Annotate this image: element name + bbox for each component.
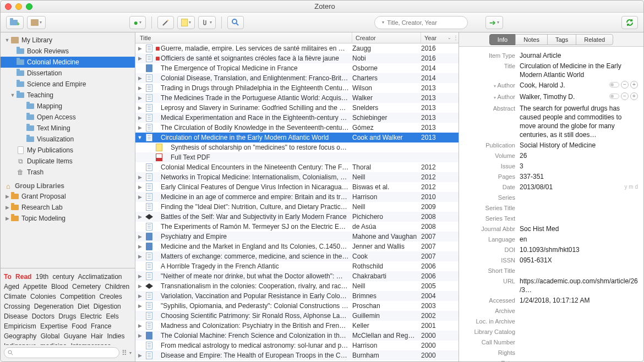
creator-switch[interactable] bbox=[609, 82, 619, 87]
list-item[interactable]: Finding the "Ideal Diet": Nutrition, Cul… bbox=[135, 202, 459, 212]
zoom-window-button[interactable] bbox=[26, 3, 32, 10]
list-item[interactable]: ▶Disease and Empire: The Health of Europ… bbox=[135, 350, 459, 360]
col-year[interactable]: Year⌄⋮ bbox=[421, 32, 459, 43]
expand-arrow[interactable]: ▶ bbox=[135, 115, 144, 120]
locate-button[interactable]: ➔▾ bbox=[485, 16, 503, 29]
list-item[interactable]: ▶Medicine in an age of commerce and empi… bbox=[135, 192, 459, 202]
collection-item[interactable]: Dissertation bbox=[1, 68, 135, 79]
tag-filter-input[interactable] bbox=[4, 347, 119, 358]
my-publications[interactable]: My Publications bbox=[1, 145, 135, 156]
field-item-type[interactable]: Journal Article bbox=[520, 51, 638, 60]
field-accessed[interactable]: 1/24/2018, 10:17:12 AM bbox=[520, 296, 638, 305]
list-item[interactable]: ▶Transnationalism in the colonies: Coope… bbox=[135, 281, 459, 291]
expand-arrow[interactable]: ▶ bbox=[135, 85, 144, 91]
collection-item[interactable]: ▼Teaching bbox=[1, 90, 135, 101]
remove-creator-button[interactable]: − bbox=[621, 81, 629, 89]
list-item[interactable]: Full Text PDF bbox=[135, 152, 459, 162]
field-language[interactable]: en bbox=[520, 235, 638, 244]
list-item[interactable]: ▶Trading in Drugs through Philadelphia i… bbox=[135, 83, 459, 93]
tag-cloud[interactable]: To Read 19th century Acclimatization Age… bbox=[4, 272, 132, 345]
list-item[interactable]: ▶Networks in Tropical Medicine: Internat… bbox=[135, 172, 459, 182]
expand-arrow[interactable]: ▶ bbox=[135, 333, 144, 338]
expand-arrow[interactable]: ▼ bbox=[135, 135, 144, 140]
minimize-window-button[interactable] bbox=[15, 3, 22, 10]
remove-creator-button[interactable]: − bbox=[621, 92, 629, 100]
field-journal-abbr[interactable]: Soc Hist Med bbox=[520, 224, 638, 233]
field-doi[interactable]: 10.1093/shm/hkt013 bbox=[520, 245, 638, 254]
group-item[interactable]: ▶Topic Modeling bbox=[1, 213, 135, 224]
new-note-button[interactable]: ▾ bbox=[177, 16, 195, 29]
collection-item[interactable]: Visualization bbox=[1, 134, 135, 145]
expand-arrow[interactable]: ▶ bbox=[135, 194, 144, 200]
add-attachment-button[interactable]: ▾ bbox=[198, 16, 216, 29]
list-item[interactable]: ▶"Syphilis, Opiomania, and Pederasty": C… bbox=[135, 301, 459, 311]
expand-arrow[interactable]: ▶ bbox=[135, 353, 144, 358]
list-item[interactable]: ▼Circulation of Medicine in the Early Mo… bbox=[135, 133, 459, 142]
advanced-search-button[interactable] bbox=[227, 16, 244, 29]
expand-arrow[interactable]: ▶ bbox=[135, 95, 144, 101]
field-url[interactable]: https://academic.oup.com/shm/article/26/… bbox=[520, 277, 638, 294]
expand-arrow[interactable]: ▶ bbox=[135, 283, 144, 289]
list-item[interactable]: ▶Guerre, maladie, empire. Les services d… bbox=[135, 43, 459, 53]
collection-item[interactable]: Colonial Medicine bbox=[1, 57, 135, 68]
list-item[interactable]: The Experiments of Ramón M. Termeyer SJ … bbox=[135, 222, 459, 232]
collection-item[interactable]: Text Mining bbox=[1, 123, 135, 134]
expand-arrow[interactable]: ▶ bbox=[135, 125, 144, 130]
expand-arrow[interactable]: ▶ bbox=[135, 293, 144, 299]
expand-arrow[interactable]: ▶ bbox=[135, 184, 144, 190]
expand-arrow[interactable]: ▶ bbox=[135, 214, 144, 220]
list-item[interactable]: ▶Variolation, Vaccination and Popular Re… bbox=[135, 291, 459, 301]
field-abstract[interactable]: The search for powerful drugs has caused… bbox=[520, 104, 638, 139]
add-creator-button[interactable]: + bbox=[630, 92, 638, 100]
expand-arrow[interactable]: ▶ bbox=[135, 323, 144, 328]
creator-switch[interactable] bbox=[609, 94, 619, 99]
list-item[interactable]: ▶Medicine and the Market in England and … bbox=[135, 242, 459, 251]
tab-related[interactable]: Related bbox=[576, 34, 613, 45]
duplicate-items[interactable]: ⧉Duplicate Items bbox=[1, 156, 135, 167]
col-title[interactable]: Title bbox=[135, 32, 352, 43]
tab-info[interactable]: Info bbox=[489, 34, 516, 45]
collection-item[interactable]: Open Access bbox=[1, 112, 135, 123]
field-publication[interactable]: Social History of Medicine bbox=[520, 141, 638, 150]
group-item[interactable]: ▶Research Lab bbox=[1, 202, 135, 213]
col-creator[interactable]: Creator bbox=[352, 32, 421, 43]
expand-arrow[interactable]: ▶ bbox=[135, 244, 144, 249]
library-root[interactable]: ▼My Library bbox=[1, 35, 135, 46]
search-mode-chevron[interactable]: ▾ bbox=[382, 20, 384, 25]
collection-item[interactable]: Science and Empire bbox=[1, 79, 135, 90]
list-item[interactable]: From medical astrology to medical astron… bbox=[135, 341, 459, 350]
list-item[interactable]: The Emergence of Tropical Medicine in Fr… bbox=[135, 63, 459, 73]
expand-arrow[interactable]: ▶ bbox=[135, 254, 144, 259]
tag-view-button[interactable]: ⠿ bbox=[122, 349, 127, 357]
list-item[interactable]: ▶Madness and Colonization: Psychiatry in… bbox=[135, 321, 459, 331]
expand-arrow[interactable]: ▶ bbox=[135, 75, 144, 81]
field-title[interactable]: Circulation of Medicine in the Early Mod… bbox=[520, 62, 638, 79]
new-library-button[interactable]: ▾ bbox=[27, 16, 46, 29]
collection-item[interactable]: Mapping bbox=[1, 101, 135, 112]
search-input[interactable] bbox=[387, 19, 463, 26]
tag-menu-button[interactable]: ▾ bbox=[129, 350, 132, 355]
tab-tags[interactable]: Tags bbox=[547, 34, 576, 45]
collection-item[interactable]: Book Reviews bbox=[1, 46, 135, 57]
expand-arrow[interactable]: ▶ bbox=[135, 56, 144, 61]
list-item[interactable]: ▶"Neither of meate nor drinke, but what … bbox=[135, 271, 459, 281]
trash[interactable]: 🗑Trash bbox=[1, 167, 135, 178]
list-item[interactable]: ▶Matters of exchange: commerce, medicine… bbox=[135, 251, 459, 261]
field-issue[interactable]: 3 bbox=[520, 162, 638, 171]
add-creator-button[interactable]: + bbox=[630, 81, 638, 89]
expand-arrow[interactable]: ▶ bbox=[135, 46, 144, 51]
expand-arrow[interactable]: ▶ bbox=[135, 273, 144, 279]
field-date[interactable]: 2013/08/01 bbox=[520, 183, 625, 191]
list-item[interactable]: ▶Psychiatry and EmpireMahone and Vaughan… bbox=[135, 232, 459, 242]
new-collection-button[interactable]: + bbox=[6, 16, 24, 29]
list-item[interactable]: ▶Leprosy and Slavery in Suriname: Godfri… bbox=[135, 103, 459, 113]
list-item[interactable]: Colonial Medical Encounters in the Ninet… bbox=[135, 162, 459, 172]
group-item[interactable]: ▶Grant Proposal bbox=[1, 191, 135, 202]
close-window-button[interactable] bbox=[5, 3, 12, 10]
field-author[interactable]: Cook, Harold J. bbox=[520, 81, 609, 90]
list-item[interactable]: ▶Early Clinical Features of Dengue Virus… bbox=[135, 182, 459, 192]
list-item[interactable]: ▶Colonial Disease, Translation, and Enli… bbox=[135, 73, 459, 83]
list-item[interactable]: ▶Battles of the Self: War and Subjectivi… bbox=[135, 212, 459, 222]
list-item[interactable]: ▶Officiers de santé et soignantes créole… bbox=[135, 53, 459, 63]
quick-search[interactable]: ▾ bbox=[374, 16, 468, 29]
